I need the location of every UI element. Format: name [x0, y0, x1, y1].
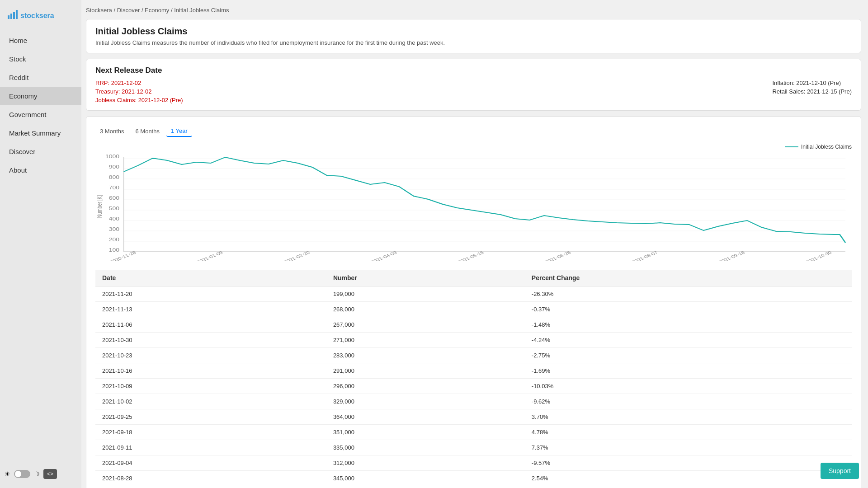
breadcrumb: Stocksera / Discover / Economy / Initial…: [86, 7, 861, 14]
sidebar-item-market-summary[interactable]: Market Summary: [0, 124, 81, 142]
cell-date: 2021-09-25: [95, 409, 326, 425]
tab-3months[interactable]: 3 Months: [95, 126, 128, 137]
cell-number: 268,000: [326, 302, 525, 317]
cell-number: 345,000: [326, 471, 525, 486]
sidebar-item-stock[interactable]: Stock: [0, 50, 81, 68]
breadcrumb-economy[interactable]: Economy: [145, 7, 169, 14]
svg-text:800: 800: [109, 175, 120, 180]
legend-label: Initial Jobless Claims: [801, 144, 852, 150]
table-row: 2021-09-25 364,000 3.70%: [95, 409, 852, 425]
table-row: 2021-11-06 267,000 -1.48%: [95, 317, 852, 333]
sidebar-bottom: ☀ ☽ <>: [5, 469, 57, 479]
cell-percent: -2.75%: [525, 348, 852, 363]
treasury-date: Treasury: 2021-12-02: [95, 88, 183, 95]
theme-toggle[interactable]: [14, 470, 30, 478]
page-description: Initial Jobless Claims measures the numb…: [95, 39, 852, 46]
jobless-date: Jobless Claims: 2021-12-02 (Pre): [95, 97, 183, 103]
support-button[interactable]: Support: [821, 463, 859, 479]
cell-date: 2021-11-20: [95, 286, 326, 302]
cell-number: 335,000: [326, 440, 525, 455]
cell-date: 2021-10-23: [95, 348, 326, 363]
cell-date: 2021-08-28: [95, 471, 326, 486]
col-percent: Percent Change: [525, 270, 852, 286]
toggle-thumb: [15, 471, 21, 477]
inflation-date: Inflation: 2021-12-10 (Pre): [772, 80, 852, 86]
table-row: 2021-10-23 283,000 -2.75%: [95, 348, 852, 363]
cell-percent: -1.48%: [525, 317, 852, 333]
chart-container: 100 200 300 400 500 600 700 800 900 1000…: [95, 152, 852, 261]
moon-icon: ☽: [34, 470, 40, 478]
col-date: Date: [95, 270, 326, 286]
cell-number: 267,000: [326, 317, 525, 333]
code-button[interactable]: <>: [43, 469, 57, 479]
logo-text: stocksera: [20, 12, 54, 20]
chart-card: 3 Months 6 Months 1 Year Initial Jobless…: [86, 116, 861, 488]
logo[interactable]: stocksera: [0, 5, 81, 31]
release-left: RRP: 2021-12-02 Treasury: 2021-12-02 Job…: [95, 80, 183, 103]
next-release-title: Next Release Date: [95, 66, 852, 75]
svg-text:700: 700: [109, 185, 120, 191]
title-card: Initial Jobless Claims Initial Jobless C…: [86, 19, 861, 53]
cell-percent: -9.57%: [525, 455, 852, 471]
svg-text:600: 600: [109, 196, 120, 201]
svg-text:100: 100: [109, 248, 120, 253]
cell-percent: -4.24%: [525, 333, 852, 348]
table-row: 2021-09-04 312,000 -9.57%: [95, 455, 852, 471]
breadcrumb-stocksera[interactable]: Stocksera: [86, 7, 112, 14]
cell-number: 364,000: [326, 409, 525, 425]
cell-date: 2021-11-06: [95, 317, 326, 333]
sidebar: stocksera Home Stock Reddit Economy Gove…: [0, 0, 81, 488]
table-row: 2021-08-28 345,000 2.54%: [95, 471, 852, 486]
main-content: Stocksera / Discover / Economy / Initial…: [81, 0, 868, 488]
cell-number: 199,000: [326, 286, 525, 302]
svg-rect-2: [13, 12, 15, 19]
table-row: 2021-09-18 351,000 4.78%: [95, 425, 852, 440]
release-right: Inflation: 2021-12-10 (Pre) Retail Sales…: [772, 80, 852, 103]
cell-date: 2021-10-02: [95, 394, 326, 409]
svg-text:200: 200: [109, 237, 120, 243]
svg-text:500: 500: [109, 206, 120, 211]
svg-text:1000: 1000: [105, 154, 119, 160]
svg-rect-3: [16, 10, 18, 19]
retail-date: Retail Sales: 2021-12-15 (Pre): [772, 88, 852, 95]
table-row: 2021-11-20 199,000 -26.30%: [95, 286, 852, 302]
table-row: 2021-10-16 291,000 -1.69%: [95, 363, 852, 379]
next-release-card: Next Release Date RRP: 2021-12-02 Treasu…: [86, 59, 861, 111]
sidebar-item-reddit[interactable]: Reddit: [0, 68, 81, 87]
cell-date: 2021-09-04: [95, 455, 326, 471]
cell-number: 351,000: [326, 425, 525, 440]
sun-icon: ☀: [5, 470, 10, 478]
sidebar-item-discover[interactable]: Discover: [0, 142, 81, 161]
table-row: 2021-10-09 296,000 -10.03%: [95, 379, 852, 394]
sidebar-item-about[interactable]: About: [0, 161, 81, 179]
tab-1year[interactable]: 1 Year: [166, 126, 192, 137]
chart-legend: Initial Jobless Claims: [95, 144, 852, 150]
sidebar-item-government[interactable]: Government: [0, 105, 81, 124]
cell-number: 329,000: [326, 394, 525, 409]
cell-percent: 3.70%: [525, 409, 852, 425]
cell-percent: -10.03%: [525, 379, 852, 394]
cell-number: 271,000: [326, 333, 525, 348]
table-row: 2021-10-30 271,000 -4.24%: [95, 333, 852, 348]
table-row: 2021-09-11 335,000 7.37%: [95, 440, 852, 455]
cell-date: 2021-11-13: [95, 302, 326, 317]
tab-6months[interactable]: 6 Months: [131, 126, 164, 137]
breadcrumb-discover[interactable]: Discover: [117, 7, 140, 14]
sidebar-item-home[interactable]: Home: [0, 31, 81, 50]
sidebar-item-economy[interactable]: Economy: [0, 87, 81, 105]
cell-percent: 2.54%: [525, 471, 852, 486]
logo-icon: [7, 9, 18, 22]
cell-date: 2021-09-18: [95, 425, 326, 440]
rrp-date: RRP: 2021-12-02: [95, 80, 183, 86]
cell-percent: -0.37%: [525, 302, 852, 317]
svg-text:400: 400: [109, 216, 120, 222]
table-row: 2021-11-13 268,000 -0.37%: [95, 302, 852, 317]
breadcrumb-sep1: /: [113, 7, 117, 14]
cell-date: 2021-10-16: [95, 363, 326, 379]
col-number: Number: [326, 270, 525, 286]
cell-percent: -26.30%: [525, 286, 852, 302]
cell-date: 2021-10-09: [95, 379, 326, 394]
cell-percent: 4.78%: [525, 425, 852, 440]
svg-text:900: 900: [109, 164, 120, 170]
cell-percent: -9.62%: [525, 394, 852, 409]
